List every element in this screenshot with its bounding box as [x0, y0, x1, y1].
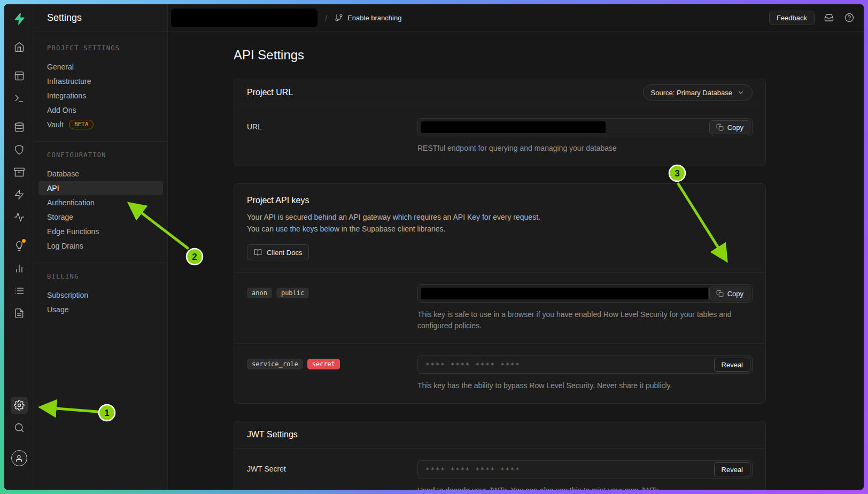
- secret-badge: secret: [307, 359, 340, 369]
- copy-icon: [716, 124, 724, 131]
- enable-branching-button[interactable]: Enable branching: [330, 10, 406, 25]
- help-button[interactable]: [843, 12, 855, 24]
- sidebar-item-usage[interactable]: Usage: [38, 302, 163, 317]
- edge-functions-icon: [14, 189, 25, 200]
- jwt-card-header: JWT Settings: [234, 421, 765, 449]
- sidebar-item-general[interactable]: General: [38, 59, 163, 74]
- api-keys-description-1: Your API is secured behind an API gatewa…: [247, 212, 753, 223]
- sidebar-item-vault[interactable]: Vault BETA: [38, 117, 163, 132]
- sidebar-divider: [34, 141, 167, 142]
- api-keys-intro: Project API keys Your API is secured beh…: [234, 184, 765, 272]
- gradient-frame: Settings PROJECT SETTINGS General Infras…: [0, 0, 868, 494]
- project-url-value-redacted: [421, 121, 606, 133]
- service-key-row: service_role secret **** **** **** **** …: [234, 343, 765, 403]
- topbar: / Enable branching Feedback: [168, 4, 864, 32]
- nav-home[interactable]: [11, 38, 28, 56]
- jwt-settings-title: JWT Settings: [247, 430, 298, 439]
- nav-database[interactable]: [11, 119, 28, 136]
- sidebar-title: Settings: [47, 12, 82, 24]
- sidebar-item-authentication[interactable]: Authentication: [38, 195, 163, 210]
- copy-icon: [716, 290, 724, 297]
- url-field-main: Copy RESTful endpoint for querying and m…: [417, 118, 753, 154]
- logs-list-icon: [14, 285, 25, 296]
- git-branch-icon: [335, 13, 343, 22]
- topbar-right: Feedback: [769, 11, 855, 25]
- chevron-down-icon: [737, 89, 745, 96]
- project-url-copy-button[interactable]: Copy: [709, 120, 750, 134]
- nav-edge-functions[interactable]: [11, 186, 28, 203]
- project-url-title: Project URL: [247, 88, 293, 97]
- storage-archive-icon: [14, 167, 25, 177]
- section-label-configuration: CONFIGURATION: [34, 151, 167, 159]
- jwt-secret-label: JWT Secret: [247, 460, 417, 473]
- sidebar-item-log-drains[interactable]: Log Drains: [38, 238, 163, 253]
- beta-badge: BETA: [69, 120, 94, 129]
- source-select-button[interactable]: Source: Primary Database: [643, 84, 753, 101]
- nav-project-settings[interactable]: [11, 397, 28, 414]
- sidebar-item-edge-functions[interactable]: Edge Functions: [38, 224, 163, 238]
- nav-table-editor[interactable]: [11, 67, 28, 84]
- sidebar-item-database[interactable]: Database: [38, 166, 163, 181]
- nav-advisors[interactable]: [11, 237, 28, 254]
- anon-key-badges: anon public: [247, 284, 417, 298]
- book-open-icon: [254, 249, 262, 257]
- nav-rail: [4, 4, 34, 490]
- avatar[interactable]: [11, 450, 27, 466]
- auth-shield-icon: [14, 144, 25, 155]
- jwt-card-body: JWT Secret **** **** **** **** Reveal Us…: [234, 449, 765, 490]
- gear-icon: [14, 400, 25, 411]
- service-key-badges: service_role secret: [247, 356, 417, 369]
- client-docs-button[interactable]: Client Docs: [247, 244, 309, 260]
- nav-authentication[interactable]: [11, 141, 28, 158]
- sidebar-item-api[interactable]: API: [38, 181, 163, 195]
- nav-reports[interactable]: [11, 260, 28, 277]
- anon-key-value-redacted: [421, 288, 708, 299]
- api-keys-card: Project API keys Your API is secured beh…: [234, 183, 766, 404]
- nav-realtime[interactable]: [11, 209, 28, 226]
- table-editor-icon: [14, 71, 25, 81]
- anon-key-copy-button[interactable]: Copy: [709, 287, 750, 300]
- main-content: / Enable branching Feedback A: [168, 4, 864, 490]
- feedback-button[interactable]: Feedback: [769, 11, 815, 25]
- anon-key-input[interactable]: Copy: [417, 284, 753, 303]
- jwt-secret-reveal-button[interactable]: Reveal: [714, 462, 750, 476]
- anon-key-field-main: Copy This key is safe to use in a browse…: [417, 284, 753, 331]
- project-url-input[interactable]: Copy: [417, 118, 753, 136]
- nav-storage[interactable]: [11, 164, 28, 181]
- help-circle-icon: [844, 13, 854, 22]
- jwt-secret-helper: Used to decode your JWTs. You can also u…: [417, 485, 753, 490]
- nav-logs[interactable]: [11, 282, 28, 299]
- sidebar-header: Settings: [34, 4, 167, 32]
- sql-editor-icon: [14, 93, 25, 104]
- supabase-logo[interactable]: [12, 12, 26, 26]
- service-key-helper: This key has the ability to bypass Row L…: [417, 380, 753, 391]
- app-window: Settings PROJECT SETTINGS General Infras…: [4, 4, 864, 490]
- jwt-secret-field-main: **** **** **** **** Reveal Used to decod…: [417, 460, 753, 490]
- page-title: API Settings: [234, 48, 766, 63]
- project-url-card-body: URL Copy RESTful en: [234, 106, 765, 166]
- service-key-reveal-button[interactable]: Reveal: [714, 358, 750, 372]
- api-keys-description-2: You can use the keys below in the Supaba…: [247, 223, 753, 235]
- sidebar-item-storage[interactable]: Storage: [38, 210, 163, 224]
- user-avatar-icon: [15, 454, 23, 462]
- inbox-button[interactable]: [823, 12, 835, 24]
- content-scroll[interactable]: API Settings Project URL Source: Primary…: [168, 32, 864, 490]
- sidebar-item-integrations[interactable]: Integrations: [38, 88, 163, 103]
- sidebar-item-subscription[interactable]: Subscription: [38, 288, 163, 302]
- sidebar-item-infrastructure[interactable]: Infrastructure: [38, 74, 163, 88]
- url-label: URL: [247, 118, 417, 131]
- reports-chart-icon: [14, 263, 25, 274]
- project-selector-redacted[interactable]: [171, 9, 317, 27]
- jwt-secret-input[interactable]: **** **** **** **** Reveal: [417, 460, 753, 478]
- search-icon: [14, 422, 25, 433]
- project-url-card-header: Project URL Source: Primary Database: [234, 79, 765, 106]
- nav-api-docs[interactable]: [11, 305, 28, 322]
- nav-sql-editor[interactable]: [11, 90, 28, 107]
- service-key-input[interactable]: **** **** **** **** Reveal: [417, 356, 753, 374]
- realtime-icon: [14, 212, 25, 222]
- page: API Settings Project URL Source: Primary…: [234, 32, 766, 490]
- sidebar-item-add-ons[interactable]: Add Ons: [38, 103, 163, 117]
- nav-search[interactable]: [11, 419, 28, 436]
- jwt-settings-card: JWT Settings JWT Secret **** **** **** *…: [234, 421, 766, 490]
- service-key-field-main: **** **** **** **** Reveal This key has …: [417, 356, 753, 391]
